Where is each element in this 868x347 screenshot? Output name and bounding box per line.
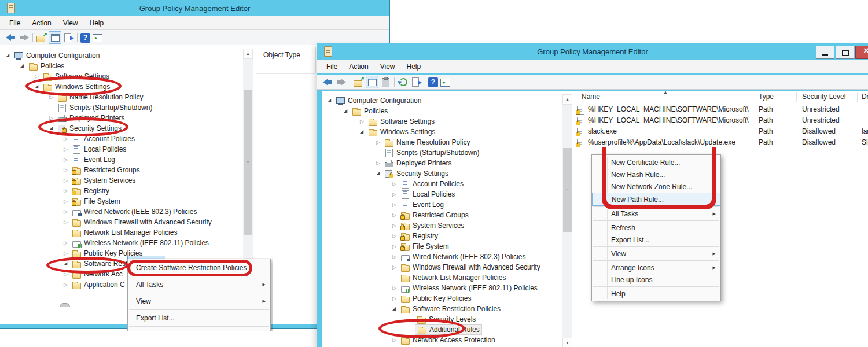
list-row-hkey-local-machine-soft[interactable]: %HKEY_LOCAL_MACHINE\SOFTWARE\Microsoft\.…	[573, 115, 868, 126]
tree-item-name-resolution-policy[interactable]: ▷Name Resolution Policy	[322, 137, 573, 147]
tree-item-system-services[interactable]: ▷System Services	[322, 220, 573, 231]
up-folder-icon[interactable]	[36, 32, 47, 43]
expander-icon[interactable]: ▷	[376, 137, 380, 147]
menuitem-line-up-icons[interactable]: Line up Icons	[592, 274, 720, 286]
tree-item-policies[interactable]: ◢Policies	[5, 61, 256, 71]
tree-item-wireless-network-ieee-802-11-policies[interactable]: ▷Wireless Network (IEEE 802.11) Policies	[322, 283, 573, 293]
menuitem-all-tasks[interactable]: All Tasks▶	[128, 277, 270, 292]
expander-icon[interactable]: ▷	[64, 269, 68, 279]
expander-icon[interactable]: ◢	[376, 168, 380, 179]
tree-item-network-access-protection[interactable]: ▷Network Access Protection	[322, 335, 573, 345]
expander-icon[interactable]: ▷	[64, 175, 68, 186]
menu-help[interactable]: Help	[84, 19, 110, 27]
tree-item-security-levels[interactable]: Security Levels	[322, 314, 573, 324]
tree-item-account-policies[interactable]: ▷Account Policies	[322, 179, 573, 189]
expander-icon[interactable]: ▷	[392, 241, 396, 252]
column-separator[interactable]	[857, 92, 858, 102]
expander-icon[interactable]: ▷	[392, 262, 396, 272]
column-separator[interactable]	[753, 92, 753, 102]
tree-item-restricted-groups[interactable]: ▷Restricted Groups	[5, 165, 256, 175]
tree-item-wireless-network-ieee-802-11-policies[interactable]: ▷Wireless Network (IEEE 802.11) Policies	[5, 238, 256, 248]
tree-item-network-list-manager-policies[interactable]: Network List Manager Policies	[5, 227, 256, 238]
tree-item-computer-configuration[interactable]: ◢Computer Configuration	[5, 50, 256, 61]
tree-scrollbar[interactable]: ▲ ≡ ▼	[562, 94, 572, 347]
column-header-type[interactable]: Type	[759, 93, 774, 101]
up-folder-icon[interactable]	[353, 76, 365, 88]
expander-icon[interactable]: ▷	[64, 196, 68, 206]
tree-item-wired-network-ieee-802-3-policies[interactable]: ▷Wired Network (IEEE 802.3) Policies	[322, 252, 573, 262]
maximize-button[interactable]	[836, 46, 854, 59]
console-window-icon[interactable]	[91, 32, 103, 43]
back-icon[interactable]	[5, 32, 17, 43]
forward-icon[interactable]	[18, 32, 30, 43]
tree-item-local-policies[interactable]: ▷Local Policies	[322, 189, 573, 200]
menu-action[interactable]: Action	[343, 62, 374, 71]
expander-icon[interactable]: ▷	[64, 144, 68, 154]
expander-icon[interactable]: ▷	[392, 200, 396, 210]
help-icon[interactable]	[428, 77, 438, 87]
expander-icon[interactable]: ▷	[392, 283, 396, 293]
expander-icon[interactable]: ▷	[392, 189, 396, 200]
tree-item-security-settings[interactable]: ◢Security Settings	[5, 123, 256, 134]
column-separator[interactable]	[796, 92, 797, 102]
menu-view[interactable]: View	[57, 19, 84, 27]
expander-icon[interactable]: ▷	[392, 220, 396, 231]
expander-icon[interactable]: ▷	[392, 231, 396, 241]
tree-item-software-settings[interactable]: ▷Software Settings	[5, 71, 256, 82]
expander-icon[interactable]: ◢	[360, 127, 363, 137]
refresh-icon[interactable]	[398, 76, 409, 88]
tree-item-windows-firewall-with-advanced-security[interactable]: ▷Windows Firewall with Advanced Security	[322, 262, 573, 272]
help-icon[interactable]	[80, 33, 90, 43]
column-header-name[interactable]: Name	[582, 93, 600, 101]
tree-item-local-policies[interactable]: ▷Local Policies	[5, 144, 256, 154]
tree-item-deployed-printers[interactable]: ▷Deployed Printers	[5, 113, 256, 123]
paste-icon[interactable]	[380, 76, 391, 88]
scroll-up-button[interactable]: ▲	[243, 49, 253, 59]
menuitem-new-network-zone-rule[interactable]: New Network Zone Rule...	[592, 180, 720, 193]
expander-icon[interactable]: ▷	[392, 293, 396, 304]
scroll-up-button[interactable]: ▲	[562, 94, 572, 105]
expander-icon[interactable]: ▷	[64, 154, 68, 165]
tree-item-computer-configuration[interactable]: ◢Computer Configuration	[322, 95, 573, 106]
column-header-security-level[interactable]: Security Level	[802, 93, 845, 101]
menu-file[interactable]: File	[321, 62, 343, 71]
title-bar[interactable]: Group Policy Management Editor	[0, 0, 389, 16]
tree-item-deployed-printers[interactable]: ▷Deployed Printers	[322, 158, 573, 168]
tree-item-file-system[interactable]: ▷File System	[322, 241, 573, 252]
tree-item-wired-network-ieee-802-3-policies[interactable]: ▷Wired Network (IEEE 802.3) Policies	[5, 206, 256, 217]
tree-item-name-resolution-policy[interactable]: ▷Name Resolution Policy	[5, 92, 256, 102]
menuitem-create-software-restriction-policies[interactable]: Create Software Restriction Policies	[128, 260, 270, 275]
menuitem-arrange-icons[interactable]: Arrange Icons▶	[592, 261, 720, 274]
expander-icon[interactable]: ◢	[49, 123, 53, 134]
expander-icon[interactable]: ◢	[35, 82, 38, 92]
expander-icon[interactable]: ▷	[64, 134, 68, 144]
tree-item-policies[interactable]: ◢Policies	[322, 106, 573, 116]
tree-item-network-list-manager-policies[interactable]: Network List Manager Policies	[322, 272, 573, 283]
expander-icon[interactable]: ▷	[376, 158, 380, 168]
expander-icon[interactable]: ▷	[64, 217, 68, 227]
expander-icon[interactable]: ◢	[6, 50, 9, 61]
expander-icon[interactable]: ◢	[20, 61, 24, 71]
menu-help[interactable]: Help	[401, 62, 427, 71]
tree-item-registry[interactable]: ▷Registry	[322, 231, 573, 241]
tree-item-security-settings[interactable]: ◢Security Settings	[322, 168, 573, 179]
expander-icon[interactable]: ▷	[64, 279, 68, 290]
tree-item-additional-rules[interactable]: Additional Rules	[322, 324, 573, 335]
tree-item-software-settings[interactable]: ▷Software Settings	[322, 116, 573, 127]
console-tree-icon[interactable]	[366, 76, 378, 88]
expander-icon[interactable]: ▷	[392, 335, 396, 345]
menuitem-help[interactable]: Help	[128, 327, 270, 331]
menu-file[interactable]: File	[3, 19, 26, 27]
expander-icon[interactable]: ▷	[64, 238, 68, 248]
menuitem-view[interactable]: View▶	[592, 248, 720, 260]
back-icon[interactable]	[322, 76, 334, 88]
expander-icon[interactable]: ▷	[392, 252, 396, 262]
expander-icon[interactable]: ▷	[64, 248, 68, 259]
menuitem-all-tasks[interactable]: All Tasks▶	[592, 208, 720, 220]
console-tree-icon[interactable]	[49, 31, 61, 44]
menu-view[interactable]: View	[374, 62, 401, 71]
forward-icon[interactable]	[335, 76, 347, 88]
menuitem-new-hash-rule[interactable]: New Hash Rule...	[592, 168, 720, 180]
expander-icon[interactable]: ◢	[344, 106, 347, 116]
menuitem-view[interactable]: View▶	[128, 294, 270, 309]
